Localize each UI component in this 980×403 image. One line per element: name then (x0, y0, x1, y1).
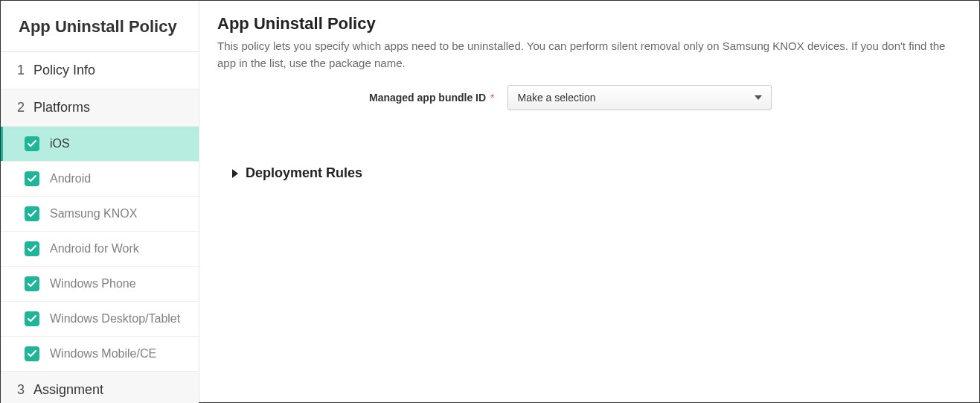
bundle-id-select[interactable]: Make a selection (507, 85, 772, 110)
platform-item-android[interactable]: Android (1, 162, 199, 197)
checkmark-icon (25, 346, 39, 361)
field-label-bundle-id: Managed app bundle ID * (369, 92, 494, 104)
platform-label: iOS (50, 137, 70, 150)
select-placeholder: Make a selection (517, 92, 595, 104)
platform-label: Windows Desktop/Tablet (50, 312, 180, 326)
deployment-rules-label: Deployment Rules (246, 165, 362, 181)
checkmark-icon (25, 276, 39, 291)
checkmark-icon (25, 241, 39, 256)
step-platforms[interactable]: 2 Platforms (1, 89, 199, 127)
required-asterisk: * (490, 92, 494, 104)
platform-label: Windows Phone (50, 277, 136, 291)
step-number: 3 (17, 382, 33, 398)
page-title: App Uninstall Policy (217, 14, 961, 34)
checkmark-icon (25, 171, 39, 186)
step-policy-info[interactable]: 1 Policy Info (1, 52, 199, 89)
step-number: 2 (17, 100, 33, 115)
platform-label: Samsung KNOX (50, 207, 137, 220)
step-number: 1 (17, 63, 33, 78)
step-label: Assignment (33, 382, 103, 398)
checkmark-icon (25, 206, 39, 221)
platform-label: Windows Mobile/CE (50, 347, 156, 361)
step-label: Platforms (33, 100, 90, 115)
triangle-right-icon (232, 169, 238, 178)
sidebar: App Uninstall Policy 1 Policy Info 2 Pla… (1, 1, 199, 402)
checkmark-icon (25, 311, 39, 326)
deployment-rules-toggle[interactable]: Deployment Rules (217, 165, 961, 181)
page-description: This policy lets you specify which apps … (217, 38, 961, 72)
platform-item-windows-phone[interactable]: Windows Phone (1, 267, 199, 302)
platform-item-windows-desktop-tablet[interactable]: Windows Desktop/Tablet (1, 302, 199, 337)
step-assignment[interactable]: 3 Assignment (1, 372, 199, 403)
platform-label: Android for Work (50, 242, 139, 256)
platform-label: Android (50, 172, 91, 185)
checkmark-icon (25, 136, 39, 151)
form-row-bundle-id: Managed app bundle ID * Make a selection (217, 85, 961, 110)
platform-item-ios[interactable]: iOS (1, 127, 199, 162)
field-label-text: Managed app bundle ID (369, 92, 486, 104)
platform-item-samsung-knox[interactable]: Samsung KNOX (1, 197, 199, 232)
sidebar-title: App Uninstall Policy (1, 1, 199, 52)
caret-down-icon (755, 95, 762, 100)
platform-item-windows-mobile-ce[interactable]: Windows Mobile/CE (1, 337, 199, 372)
step-label: Policy Info (33, 63, 95, 78)
platform-item-android-for-work[interactable]: Android for Work (1, 232, 199, 267)
main-panel: App Uninstall Policy This policy lets yo… (199, 1, 979, 402)
platform-list: iOS Android Samsung KNOX Android for Wor… (1, 127, 199, 372)
